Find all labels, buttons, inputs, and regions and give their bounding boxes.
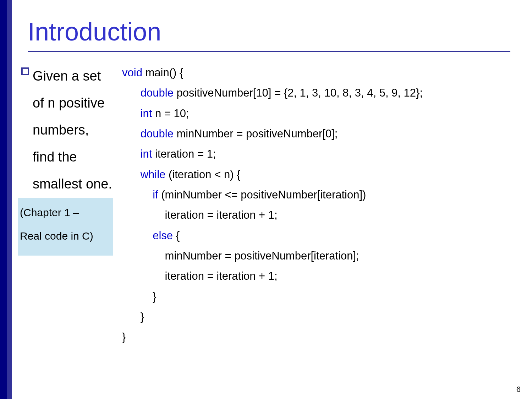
code-kw: int <box>141 148 152 160</box>
code-text: iteration = 1; <box>152 148 216 160</box>
code-text: minNumber = positiveNumber[0]; <box>174 127 338 140</box>
code-text: iteration = iteration + 1; <box>165 209 278 221</box>
code-kw: if <box>153 188 158 201</box>
code-kw: int <box>141 107 152 120</box>
slide: Introduction Given a set of n positive n… <box>0 0 532 399</box>
code-text: (minNumber <= positiveNumber[iteration]) <box>158 188 366 201</box>
code-text: minNumber = positiveNumber[iteration]; <box>165 250 359 262</box>
code-text: { <box>173 229 180 242</box>
code-text: positiveNumber[10] = {2, 1, 3, 10, 8, 3,… <box>174 87 423 99</box>
chapter-line-1: (Chapter 1 – <box>20 201 111 224</box>
code-text: n = 10; <box>152 107 189 120</box>
code-text: iteration = iteration + 1; <box>165 270 278 282</box>
code-kw: double <box>141 87 174 99</box>
slide-title: Introduction <box>28 17 161 46</box>
page-number: 6 <box>516 385 521 394</box>
accent-strip-inner <box>7 0 12 399</box>
chapter-line-2: Real code in C) <box>20 224 111 248</box>
code-text: } <box>122 331 126 343</box>
bullet-item: Given a set of n positive numbers, find … <box>21 62 112 197</box>
code-kw: double <box>141 127 174 140</box>
code-text: main() { <box>142 66 183 79</box>
code-kw: void <box>122 66 142 79</box>
chapter-note-box: (Chapter 1 – Real code in C) <box>18 198 113 256</box>
code-kw: while <box>141 168 166 181</box>
bullet-text: Given a set of n positive numbers, find … <box>33 62 112 197</box>
bullet-square-icon <box>21 67 29 75</box>
accent-strip-outer <box>0 0 7 399</box>
code-kw: else <box>153 229 173 242</box>
content-area: Given a set of n positive numbers, find … <box>21 62 518 348</box>
title-underline <box>28 51 510 52</box>
code-text: } <box>153 290 156 303</box>
svg-rect-0 <box>22 68 29 75</box>
code-text: } <box>141 311 144 323</box>
left-column: Given a set of n positive numbers, find … <box>21 62 112 256</box>
code-block: void main() { double positiveNumber[10] … <box>112 62 518 348</box>
code-text: (iteration < n) { <box>165 168 240 181</box>
